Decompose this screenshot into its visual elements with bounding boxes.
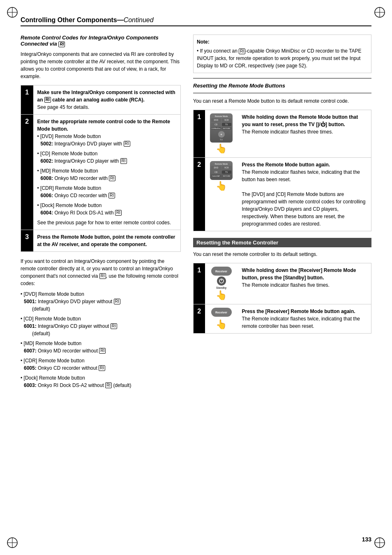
ri-sym-cdr: RI [108,193,115,198]
right-step-text-2: Press the Remote Mode button again. The … [238,158,371,231]
step-number-2: 2 [21,114,33,230]
main-content: Remote Control Codes for Integra/Onkyo C… [21,35,371,391]
ri-sym-bottom: RI [99,273,106,279]
list-item: [CDR] Remote Mode button 6005: Onkyo CD … [21,357,181,372]
step-illustration-rc-2: Receiver 👆 [207,308,236,330]
ri-sym-b2: RI [111,323,117,329]
list-item: [Dock] Remote Mode button 6003: Onkyo RI… [21,374,181,389]
right-step-text-rc-2: Press the [Receiver] Remote Mode button … [238,304,371,334]
step-content-3: Press the Remote Mode button, point the … [33,230,181,251]
step-row-3: 3 Press the Remote Mode button, point th… [21,230,181,251]
bottom-para: If you want to control an Integra/Onkyo … [21,258,181,287]
code-list: [DVD] Remote Mode button 5002: Integra/O… [37,133,177,216]
right-steps-table-1: 1 Remote Mode DVD VCR [193,110,371,231]
ri-sym-cd: RI [120,158,127,164]
right-step-row-rc-1: 1 Receiver Standby 👆 [194,263,371,304]
list-item: [DVD] Remote Mode button 5001: Integra/O… [21,290,181,313]
corner-mark-br [374,537,386,549]
ri-sym-b3: RI [99,348,106,354]
corner-mark-bl [6,537,18,549]
note-text: • If you connect an RI-capable Onkyo Min… [197,47,368,69]
section-reset-ctrl-intro: You can reset the remote controller to i… [193,251,371,258]
ri-symbol: RI [58,41,65,47]
step-illustration-2: Remote Mode DVD VCR CD TV [207,161,236,191]
section1-heading: Remote Control Codes for Integra/Onkyo C… [21,35,181,47]
list-item: [CD] Remote Mode button 6002: Integra/On… [37,150,177,165]
hand-pointer-rc-2: 👆 [216,319,227,330]
list-item: [CDR] Remote Mode button 6006: Onkyo CD … [37,184,177,199]
ri-sym-note: RI [239,48,245,54]
corner-mark-tr [374,6,386,18]
step-illustration-1: Remote Mode DVD VCR CD TV [207,113,236,154]
right-step-num-1: 1 [194,110,205,158]
list-item: [DVD] Remote Mode button 5002: Integra/O… [37,133,177,147]
list-item: [Dock] Remote Mode button 6004: Onkyo RI… [37,202,177,216]
right-step-num-rc-1: 1 [194,263,205,304]
hand-pointer-1: 👆 [216,143,227,154]
step-content-1: Make sure the Integra/Onkyo component is… [33,85,181,114]
section-reset-heading: Resetting the Remote Mode Buttons [193,83,371,89]
standby-button-icon [217,276,226,286]
ri-sym-dock: RI [115,210,122,216]
remote-ctrl-icon-1: Remote Mode DVD VCR CD TV [210,113,233,143]
receiver-button-icon: Receiver [211,267,232,276]
right-step-img-2: Remote Mode DVD VCR CD TV [205,158,238,231]
right-step-num-rc-2: 2 [194,304,205,334]
section1-intro: Integra/Onkyo components that are connec… [21,51,181,80]
hand-pointer-rc-1: 👆 [216,290,227,301]
note-title: Note: [197,38,368,46]
right-column: Note: • If you connect an RI-capable Onk… [193,35,371,391]
standby-label: Standby [216,286,227,289]
right-step-row-2: 2 Remote Mode DVD VCR [194,158,371,231]
ri-sym-s1: RI [44,97,51,103]
section-reset-ctrl-heading: Resetting the Remote Controller [193,238,371,247]
divider-2 [193,93,371,93]
ri-sym-dvd: RI [124,141,130,147]
ri-sym-b1: RI [114,299,120,304]
divider-1 [193,78,371,78]
ri-sym-b4: RI [99,365,105,371]
section-reset-intro: You can reset a Remote Mode button to it… [193,97,371,105]
step-number-3: 3 [21,230,33,251]
list-item: [CD] Remote Mode button 6001: Integra/On… [21,315,181,337]
right-steps-table-2: 1 Receiver Standby 👆 [193,263,371,334]
note-box: Note: • If you connect an RI-capable Onk… [193,35,371,73]
bottom-section: If you want to control an Integra/Onkyo … [21,258,181,389]
hand-pointer-2: 👆 [216,181,227,191]
right-step-row-rc-2: 2 Receiver 👆 Press the [Receiver] Remote… [194,304,371,334]
page-number: 133 [362,536,371,543]
steps-table-left: 1 Make sure the Integra/Onkyo component … [21,85,181,252]
corner-mark-tl [6,6,18,18]
list-item: [MD] Remote Mode button 6008: Onkyo MD r… [37,167,177,182]
step-row-2: 2 Enter the appropriate remote control c… [21,114,181,230]
right-step-img-rc-2: Receiver 👆 [205,304,238,334]
right-step-img-rc-1: Receiver Standby 👆 [205,263,238,304]
ri-sym-b5: RI [105,382,112,388]
step-illustration-rc-1: Receiver Standby 👆 [207,267,236,301]
step-row-1: 1 Make sure the Integra/Onkyo component … [21,85,181,114]
list-item: [MD] Remote Mode button 6007: Onkyo MD r… [21,340,181,355]
left-column: Remote Control Codes for Integra/Onkyo C… [21,35,181,391]
right-step-num-2: 2 [194,158,205,231]
step-number-1: 1 [21,85,33,114]
remote-ctrl-icon-2: Remote Mode DVD VCR CD TV [210,161,233,180]
right-step-text-1: While holding down the Remote Mode butto… [238,110,371,158]
receiver-button-icon-2: Receiver [211,308,232,317]
ri-sym-md: RI [109,175,115,181]
bottom-bullet-list: [DVD] Remote Mode button 5001: Integra/O… [21,290,181,389]
right-step-text-rc-1: While holding down the [Receiver] Remote… [238,263,371,304]
page-title: Controlling Other Components—Continued [21,16,154,24]
page-header: Controlling Other Components—Continued [21,16,371,26]
right-step-row-1: 1 Remote Mode DVD VCR [194,110,371,158]
right-step-img-1: Remote Mode DVD VCR CD TV [205,110,238,158]
step-content-2: Enter the appropriate remote control cod… [33,114,181,230]
page: Controlling Other Components—Continued R… [0,0,392,555]
